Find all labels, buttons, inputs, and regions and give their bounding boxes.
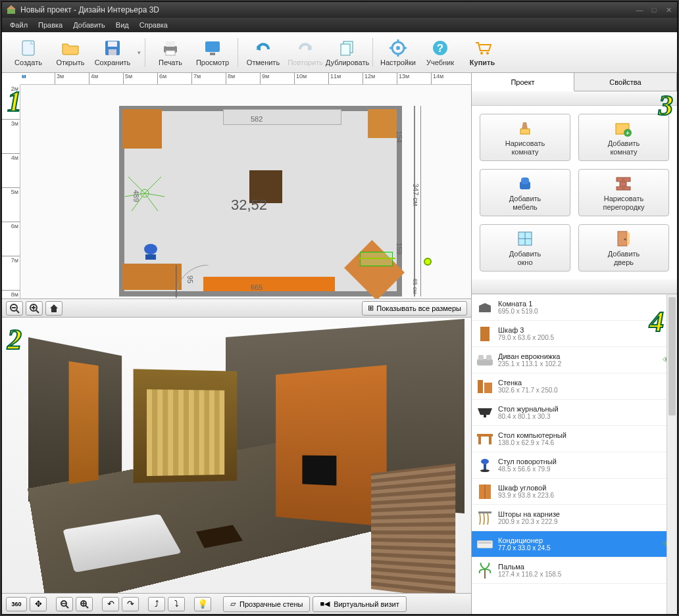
list-item[interactable]: Стенка302.6 x 71.7 x 250.0 — [472, 373, 677, 400]
virtual-visit-button[interactable]: ■◀ Виртуальный визит — [313, 596, 406, 612]
tab-project[interactable]: Проект — [472, 73, 574, 91]
undo-icon — [254, 39, 272, 57]
furn-ac-selected[interactable] — [360, 252, 393, 266]
rotate-left-button[interactable]: ↶ — [102, 597, 119, 611]
redo-button[interactable]: Повторить — [284, 34, 326, 71]
list-item[interactable]: Кондиционер77.0 x 33.0 x 24.5👁 — [472, 531, 677, 557]
list-item[interactable]: Пальма127.4 x 116.2 x 158.5 — [472, 557, 677, 584]
menu-file[interactable]: Файл — [5, 21, 33, 29]
svg-text:+: + — [626, 130, 630, 137]
furn-wall-unit[interactable] — [203, 277, 335, 291]
scrollbar[interactable] — [666, 295, 677, 614]
undo-button[interactable]: Отменить — [242, 34, 284, 71]
preview-button[interactable]: Просмотр — [191, 34, 234, 71]
furn-wardrobe[interactable] — [368, 109, 397, 138]
svg-rect-72 — [477, 434, 493, 437]
svg-rect-67 — [486, 355, 491, 360]
furn-chair[interactable] — [143, 243, 159, 261]
zoom-in-button[interactable] — [26, 301, 43, 316]
dim-r3: 65 см — [412, 279, 418, 294]
furn3d-curtains — [134, 369, 238, 483]
pan-button[interactable]: ✥ — [30, 597, 47, 611]
open-button[interactable]: Открыть — [49, 34, 91, 71]
svg-line-39 — [66, 605, 68, 608]
draw-room-button[interactable]: Нарисовать комнату — [480, 114, 570, 161]
add-window-button[interactable]: Добавить окно — [480, 224, 570, 272]
add-room-button[interactable]: + Добавить комнату — [578, 114, 669, 161]
save-button[interactable]: Сохранить — [91, 34, 134, 71]
zoom-out-3d-button[interactable] — [56, 597, 73, 611]
help-button[interactable]: ? Учебник — [419, 34, 461, 71]
svg-rect-81 — [477, 540, 493, 548]
brick-icon — [615, 174, 633, 193]
object-name: Шкаф 3 — [498, 326, 657, 334]
light-button[interactable]: 💡 — [194, 597, 211, 611]
add-door-button[interactable]: Добавить дверь — [578, 224, 669, 272]
object-icon — [477, 326, 493, 342]
object-name: Стол журнальный — [498, 405, 657, 413]
object-name: Пальма — [498, 563, 657, 571]
list-item[interactable]: Стул поворотный48.5 x 56.6 x 79.9 — [472, 452, 677, 479]
list-item[interactable]: Диван еврокнижка235.1 x 113.1 x 102.2👁 — [472, 347, 677, 373]
rotate-360-button[interactable]: 360 — [6, 597, 27, 611]
zoom-in-3d-button[interactable] — [76, 597, 93, 611]
cart-icon — [473, 39, 491, 57]
home-button[interactable] — [45, 301, 63, 316]
create-button[interactable]: Создать — [7, 34, 49, 71]
svg-rect-5 — [108, 41, 117, 47]
buy-button[interactable]: Купить — [461, 34, 503, 71]
object-dimensions: 138.0 x 62.9 x 74.6 — [498, 439, 657, 446]
maximize-button[interactable]: □ — [649, 5, 659, 14]
svg-marker-46 — [522, 122, 528, 129]
svg-rect-51 — [521, 178, 529, 184]
menu-edit[interactable]: Правка — [33, 21, 68, 29]
furn3d-wardrobe — [69, 361, 99, 484]
object-dimensions: 200.9 x 20.3 x 222.9 — [498, 518, 657, 525]
show-dimensions-toggle[interactable]: ⊞ Показывать все размеры — [362, 301, 467, 316]
object-dimensions: 77.0 x 33.0 x 24.5 — [498, 544, 657, 552]
menu-view[interactable]: Вид — [111, 21, 134, 29]
floppy-icon — [103, 39, 122, 57]
list-item[interactable]: Стол компьютерный138.0 x 62.9 x 74.6 — [472, 426, 677, 452]
object-name: Шкаф угловой — [498, 484, 657, 492]
add-furniture-button[interactable]: Добавить мебель — [480, 169, 570, 216]
object-icon — [477, 352, 493, 368]
list-item[interactable]: Шкаф 379.0 x 63.6 x 200.5 — [472, 321, 677, 347]
dim-left: 489 — [132, 190, 140, 202]
close-button[interactable]: ✕ — [664, 5, 673, 14]
list-item[interactable]: Стол журнальный80.4 x 80.1 x 30.3 — [472, 400, 677, 426]
svg-line-31 — [16, 310, 19, 313]
view-3d-canvas[interactable] — [2, 318, 471, 593]
settings-button[interactable]: Настройки — [377, 34, 419, 71]
print-button[interactable]: Печать — [149, 34, 191, 71]
armchair-icon — [516, 174, 534, 193]
furn-desk[interactable] — [122, 264, 182, 290]
rotate-right-button[interactable]: ↷ — [122, 597, 139, 611]
transparent-walls-toggle[interactable]: ▱ Прозрачные стены — [223, 596, 310, 612]
walls-icon: ▱ — [230, 600, 236, 608]
tilt-up-button[interactable]: ⤴ — [148, 597, 165, 611]
list-item[interactable]: Шкаф угловой93.9 x 93.8 x 223.6 — [472, 479, 677, 505]
furn-wardrobe-corner[interactable] — [122, 109, 162, 149]
furn-curtains[interactable] — [223, 109, 341, 125]
furn-palm[interactable] — [122, 170, 168, 216]
plan-canvas[interactable]: 582 347 см 154 159 65 см 489 95 665 32,5… — [20, 85, 471, 298]
object-icon — [477, 536, 493, 552]
duplicate-button[interactable]: Дублировать — [326, 34, 368, 71]
zoom-out-button[interactable] — [6, 301, 23, 316]
object-name: Шторы на карнизе — [498, 510, 657, 518]
gear-icon — [389, 39, 407, 57]
svg-point-77 — [480, 469, 490, 472]
svg-marker-37 — [50, 304, 58, 312]
menu-add[interactable]: Добавить — [68, 21, 111, 29]
svg-point-62 — [624, 238, 626, 240]
minimize-button[interactable]: — — [635, 5, 644, 14]
tab-properties[interactable]: Свойства — [574, 73, 677, 91]
window-icon — [516, 229, 534, 248]
draw-partition-button[interactable]: Нарисовать перегородку — [578, 169, 669, 216]
svg-rect-6 — [109, 49, 116, 55]
tilt-down-button[interactable]: ⤵ — [168, 597, 185, 611]
menu-help[interactable]: Справка — [134, 21, 173, 29]
list-item[interactable]: Комната 1695.0 x 519.0 — [472, 295, 677, 321]
list-item[interactable]: Шторы на карнизе200.9 x 20.3 x 222.9 — [472, 505, 677, 531]
